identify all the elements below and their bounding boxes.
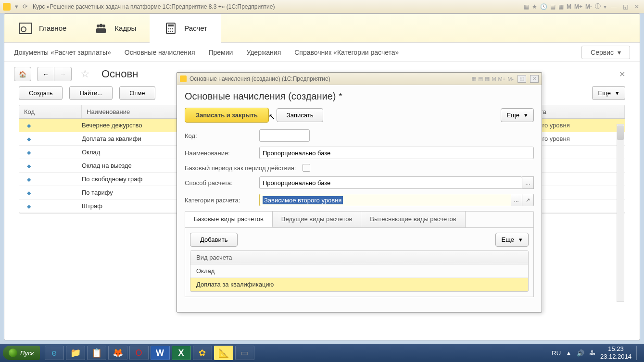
clock-time: 15:23	[600, 345, 631, 353]
tool-icon[interactable]: ▤	[478, 75, 483, 82]
memory-m[interactable]: M	[492, 76, 496, 82]
network-icon[interactable]: 🖧	[589, 350, 595, 357]
info-dropdown-icon[interactable]: ▾	[604, 3, 606, 10]
section-tabs: Главное Кадры Расчет	[4, 14, 640, 43]
page-close-button[interactable]: ✕	[619, 70, 630, 79]
input-category-display[interactable]: Зависимое второго уровня	[259, 194, 511, 206]
memory-m[interactable]: M	[567, 3, 571, 10]
modal-maximize-button[interactable]: ◱	[518, 75, 526, 83]
dropdown-icon[interactable]: ▾	[13, 3, 20, 11]
svg-point-13	[172, 30, 173, 31]
save-close-button[interactable]: Записать и закрыть	[185, 108, 269, 123]
refresh-icon[interactable]: ⟳	[21, 3, 29, 11]
select-button[interactable]: …	[522, 176, 534, 189]
panel-more-button[interactable]: Еще ▾	[495, 233, 529, 247]
history-icon[interactable]: 🕓	[540, 3, 547, 10]
tab-base[interactable]: Базовые виды расчетов	[185, 212, 273, 227]
app-icon[interactable]: ▭	[235, 346, 254, 360]
calendar-icon[interactable]: ▦	[558, 3, 564, 10]
section-tab-staff[interactable]: Кадры	[80, 14, 150, 43]
start-button[interactable]: Пуск	[3, 346, 40, 360]
subnav-bonus[interactable]: Премии	[208, 49, 233, 56]
explorer-icon[interactable]: 📁	[66, 346, 85, 360]
subnav-deduct[interactable]: Удержания	[246, 49, 281, 56]
svg-rect-5	[96, 28, 106, 33]
app-icon[interactable]: ✿	[193, 346, 212, 360]
tool-icon[interactable]: ▦	[485, 75, 490, 82]
row-base-period: Базовый период как период действия:	[185, 164, 534, 172]
grid-icon[interactable]: ▦	[524, 3, 529, 10]
save-button[interactable]: Записать	[277, 108, 324, 122]
home-button[interactable]: 🏠	[14, 67, 31, 81]
inner-col-header[interactable]: Вид расчета	[190, 251, 528, 264]
memory-mplus[interactable]: M+	[574, 3, 582, 10]
memory-mplus[interactable]: M+	[498, 76, 506, 82]
firefox-icon[interactable]: 🦊	[108, 346, 127, 360]
memory-mminus[interactable]: M-	[507, 76, 514, 82]
quick-nav: ▾ ⟳	[13, 3, 29, 11]
checkbox-base-period[interactable]	[303, 164, 310, 172]
subnav-basic[interactable]: Основные начисления	[125, 49, 195, 56]
minimize-button[interactable]: —	[609, 3, 618, 11]
scrollbar[interactable]	[617, 124, 624, 302]
back-button[interactable]: ←	[37, 67, 54, 81]
select-button[interactable]: …	[511, 194, 522, 206]
create-button[interactable]: Создать	[19, 86, 63, 100]
notepad-icon[interactable]: 📋	[87, 346, 106, 360]
modal-close-button[interactable]: ✕	[530, 75, 539, 83]
word-icon[interactable]: W	[151, 346, 170, 360]
col-category[interactable]: чета	[529, 105, 625, 118]
svg-point-10	[172, 28, 173, 29]
calc-icon[interactable]: ▤	[550, 3, 556, 10]
more-button[interactable]: Еще ▾	[592, 86, 625, 100]
app-icon[interactable]: 📐	[214, 346, 233, 360]
row-method: Способ расчета: …	[185, 176, 534, 189]
volume-icon[interactable]: 🔊	[577, 350, 584, 357]
input-code[interactable]	[259, 129, 310, 142]
tray-icon[interactable]: ▲	[566, 350, 572, 357]
favorite-icon[interactable]: ★	[532, 3, 537, 10]
clock[interactable]: 15:23 23.12.2014	[600, 345, 631, 360]
cancel-search-button[interactable]: Отме	[119, 86, 155, 100]
col-code[interactable]: Код	[19, 105, 82, 118]
forward-button[interactable]: →	[54, 67, 72, 81]
memory-mminus[interactable]: M-	[585, 3, 592, 10]
ie-icon[interactable]: e	[45, 346, 64, 360]
taskbar-apps: e 📁 📋 🦊 O W X ✿ 📐 ▭	[45, 346, 254, 360]
subnav-catref[interactable]: Справочник «Категории расчета»	[294, 49, 399, 56]
info-icon[interactable]: ⓘ	[595, 2, 601, 11]
maximize-button[interactable]: ◱	[621, 3, 630, 11]
find-button[interactable]: Найти...	[69, 86, 113, 100]
inner-table-row[interactable]: Оклад	[190, 264, 528, 278]
inner-table-row[interactable]: Доплата за квалификацию	[190, 278, 528, 291]
subnav-docs[interactable]: Документы «Расчет зарплаты»	[14, 49, 111, 56]
tab-displacing[interactable]: Вытесняющие виды расчетов	[361, 212, 465, 227]
input-name[interactable]	[259, 147, 534, 159]
lang-indicator[interactable]: RU	[552, 350, 561, 357]
tab-leading[interactable]: Ведущие виды расчетов	[273, 212, 362, 227]
input-group-method: …	[259, 176, 534, 189]
show-desktop[interactable]	[636, 346, 641, 360]
section-tab-main[interactable]: Главное	[4, 14, 80, 43]
modal-more-button[interactable]: Еще ▾	[501, 108, 534, 122]
row-category: Категория расчета: Зависимое второго уро…	[185, 194, 534, 206]
modal-actions: Записать и закрыть Записать Еще ▾	[185, 108, 534, 123]
cell-category: рового уровня	[529, 122, 625, 129]
input-method[interactable]	[259, 176, 522, 189]
modal-titlebar: Основные начисления (создание) (1С:Предп…	[177, 73, 542, 85]
subnav-service[interactable]: Сервис ▾	[581, 46, 630, 59]
service-label: Сервис	[591, 49, 614, 56]
section-tab-calc[interactable]: Расчет	[150, 14, 221, 43]
star-icon[interactable]: ☆	[80, 68, 90, 80]
calculator-icon	[163, 22, 178, 35]
close-button[interactable]: ✕	[632, 3, 641, 11]
item-icon: ◆	[27, 190, 31, 196]
add-button[interactable]: Добавить	[190, 233, 238, 247]
open-button[interactable]: ↗	[522, 194, 534, 206]
excel-icon[interactable]: X	[172, 346, 191, 360]
tool-icon[interactable]: ▦	[471, 75, 476, 82]
item-icon: ◆	[27, 150, 31, 155]
scroll-thumb[interactable]	[617, 125, 624, 140]
opera-icon[interactable]: O	[129, 346, 149, 360]
row-code: Код:	[185, 129, 534, 142]
